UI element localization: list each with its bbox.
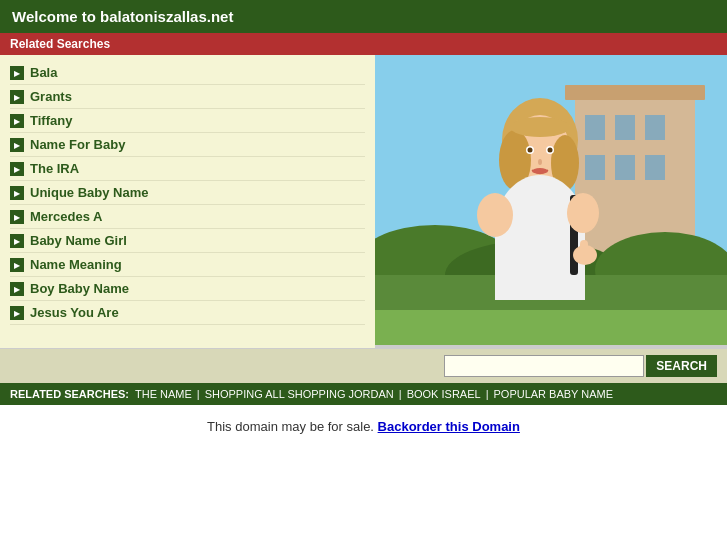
link-bala[interactable]: Bala xyxy=(30,65,57,80)
list-item: Baby Name Girl xyxy=(10,229,365,253)
link-jesus-you-are[interactable]: Jesus You Are xyxy=(30,305,119,320)
svg-rect-7 xyxy=(645,155,665,180)
svg-point-23 xyxy=(538,159,542,165)
related-bar-label: Related Searches xyxy=(10,37,110,51)
arrow-icon xyxy=(10,90,24,104)
separator: | xyxy=(197,388,200,400)
svg-rect-5 xyxy=(585,155,605,180)
svg-rect-8 xyxy=(565,85,705,100)
search-button[interactable]: SEARCH xyxy=(646,355,717,377)
list-item: Bala xyxy=(10,61,365,85)
related-searches-bar: Related Searches xyxy=(0,33,727,55)
arrow-icon xyxy=(10,114,24,128)
arrow-icon xyxy=(10,210,24,224)
link-tiffany[interactable]: Tiffany xyxy=(30,113,72,128)
svg-rect-13 xyxy=(375,310,727,345)
arrow-icon xyxy=(10,138,24,152)
bottom-related-bar: RELATED SEARCHES: THE NAME | SHOPPING AL… xyxy=(0,383,727,405)
svg-point-30 xyxy=(567,193,599,233)
link-baby-name-girl[interactable]: Baby Name Girl xyxy=(30,233,127,248)
list-item: The IRA xyxy=(10,157,365,181)
arrow-icon xyxy=(10,258,24,272)
arrow-icon xyxy=(10,282,24,296)
svg-point-18 xyxy=(510,117,570,137)
arrow-icon xyxy=(10,306,24,320)
list-item: Name Meaning xyxy=(10,253,365,277)
svg-rect-2 xyxy=(585,115,605,140)
separator: | xyxy=(486,388,489,400)
svg-rect-32 xyxy=(580,240,588,256)
hero-image xyxy=(375,55,727,345)
search-input[interactable] xyxy=(444,355,644,377)
svg-point-22 xyxy=(548,148,553,153)
backorder-link[interactable]: Backorder this Domain xyxy=(378,419,520,434)
header-title: Welcome to balatoniszallas.net xyxy=(12,8,233,25)
link-name-for-baby[interactable]: Name For Baby xyxy=(30,137,125,152)
bottom-link-shopping[interactable]: SHOPPING ALL SHOPPING JORDAN xyxy=(205,388,394,400)
domain-notice: This domain may be for sale. Backorder t… xyxy=(0,405,727,448)
svg-point-29 xyxy=(477,193,513,237)
bottom-link-popular-baby-name[interactable]: POPULAR BABY NAME xyxy=(493,388,613,400)
arrow-icon xyxy=(10,162,24,176)
svg-rect-3 xyxy=(615,115,635,140)
arrow-icon xyxy=(10,66,24,80)
list-item: Mercedes A xyxy=(10,205,365,229)
link-grants[interactable]: Grants xyxy=(30,89,72,104)
svg-rect-6 xyxy=(615,155,635,180)
domain-notice-text: This domain may be for sale. xyxy=(207,419,374,434)
link-the-ira[interactable]: The IRA xyxy=(30,161,79,176)
link-boy-baby-name[interactable]: Boy Baby Name xyxy=(30,281,129,296)
svg-point-24 xyxy=(532,168,548,174)
list-item: Tiffany xyxy=(10,109,365,133)
link-name-meaning[interactable]: Name Meaning xyxy=(30,257,122,272)
search-area: SEARCH xyxy=(0,348,727,383)
bottom-bar-label: RELATED SEARCHES: xyxy=(10,388,129,400)
list-item: Grants xyxy=(10,85,365,109)
list-item: Jesus You Are xyxy=(10,301,365,325)
bottom-link-the-name[interactable]: THE NAME xyxy=(135,388,192,400)
link-mercedes-a[interactable]: Mercedes A xyxy=(30,209,103,224)
list-item: Unique Baby Name xyxy=(10,181,365,205)
svg-rect-4 xyxy=(645,115,665,140)
arrow-icon xyxy=(10,234,24,248)
link-unique-baby-name[interactable]: Unique Baby Name xyxy=(30,185,148,200)
arrow-icon xyxy=(10,186,24,200)
svg-point-21 xyxy=(528,148,533,153)
list-item: Name For Baby xyxy=(10,133,365,157)
page-header: Welcome to balatoniszallas.net xyxy=(0,0,727,33)
separator: | xyxy=(399,388,402,400)
list-item: Boy Baby Name xyxy=(10,277,365,301)
main-content: Bala Grants Tiffany Name For Baby The IR… xyxy=(0,55,727,348)
photo-column xyxy=(375,55,727,348)
links-column: Bala Grants Tiffany Name For Baby The IR… xyxy=(0,55,375,348)
bottom-link-book-israel[interactable]: BOOK ISRAEL xyxy=(407,388,481,400)
